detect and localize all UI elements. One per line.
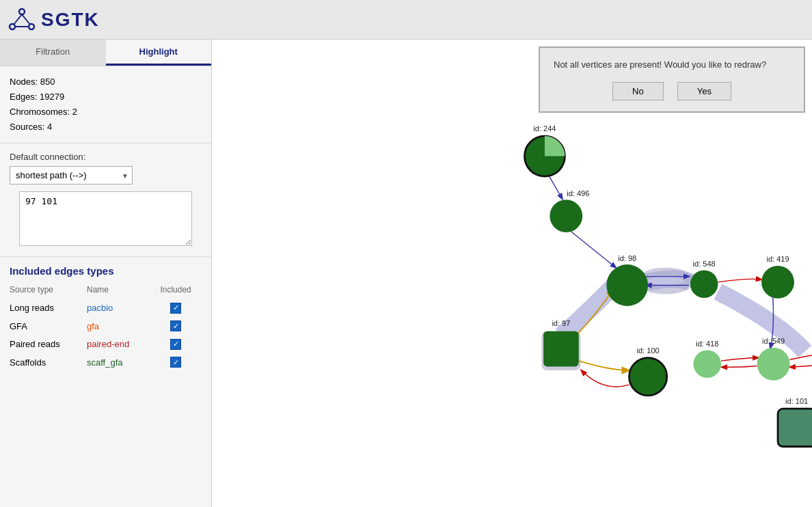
default-connection-label: Default connection: xyxy=(10,152,202,162)
table-row: Scaffolds scaff_gfa ✓ xyxy=(10,353,202,372)
source-type-label: Scaffolds xyxy=(10,353,87,372)
main-layout: Filtration Highlight Nodes: 850 Edges: 1… xyxy=(0,40,812,507)
node-100[interactable] xyxy=(629,358,666,396)
node-549[interactable] xyxy=(757,348,790,381)
table-row: GFA gfa ✓ xyxy=(10,317,202,335)
stat-chromosomes: Chromosomes: 2 xyxy=(10,105,202,120)
stat-edges: Edges: 19279 xyxy=(10,90,202,105)
label-496: id: 496 xyxy=(567,189,589,197)
node-419[interactable] xyxy=(761,266,794,299)
sidebar-tabs: Filtration Highlight xyxy=(0,40,211,66)
node-97[interactable] xyxy=(543,331,579,367)
label-244: id: 244 xyxy=(533,124,556,133)
edges-section: Included edges types Source type Name In… xyxy=(0,257,211,379)
header: SGTK xyxy=(0,0,812,40)
svg-line-4 xyxy=(22,14,30,25)
col-name: Name xyxy=(87,284,152,299)
label-98: id: 98 xyxy=(618,254,636,262)
svg-line-3 xyxy=(14,14,22,25)
sidebar: Filtration Highlight Nodes: 850 Edges: 1… xyxy=(0,40,212,507)
label-549: id: 549 xyxy=(762,337,785,345)
col-included: Included xyxy=(152,284,202,299)
logo-icon xyxy=(8,6,36,33)
stats-section: Nodes: 850 Edges: 19279 Chromosomes: 2 S… xyxy=(0,66,211,143)
connection-select[interactable]: shortest path (-->) direct edge all path… xyxy=(10,166,133,184)
edge-name-scaff-gfa: scaff_gfa xyxy=(87,353,152,372)
path-input[interactable]: 97 101 xyxy=(19,191,192,246)
stat-nodes: Nodes: 850 xyxy=(10,74,202,90)
label-100: id: 100 xyxy=(637,346,660,355)
table-row: Long reads pacbio ✓ xyxy=(10,299,202,317)
connection-select-wrapper: shortest path (-->) direct edge all path… xyxy=(10,166,133,184)
source-type-label: Long reads xyxy=(10,299,87,317)
included-checkbox-gfa[interactable]: ✓ xyxy=(170,320,181,331)
edges-title: Included edges types xyxy=(10,265,202,277)
col-source-type: Source type xyxy=(10,284,87,299)
label-101: id: 101 xyxy=(785,397,808,405)
node-496[interactable] xyxy=(550,200,582,232)
stat-sources: Sources: 4 xyxy=(10,120,202,135)
dialog-buttons: No Yes xyxy=(554,82,790,100)
node-98[interactable] xyxy=(606,264,648,306)
included-checkbox-paired-end[interactable]: ✓ xyxy=(170,339,181,350)
dialog-yes-button[interactable]: Yes xyxy=(677,82,731,100)
edge-name-paired-end: paired-end xyxy=(87,335,152,353)
label-418: id: 418 xyxy=(696,340,718,348)
node-418[interactable] xyxy=(693,350,721,378)
app-title: SGTK xyxy=(41,9,100,31)
included-checkbox-scaff-gfa[interactable]: ✓ xyxy=(170,357,181,368)
source-type-label: Paired reads xyxy=(10,335,87,353)
node-548[interactable] xyxy=(690,270,718,298)
dialog-message: Not all vertices are present! Would you … xyxy=(554,59,790,71)
edge-name-pacbio: pacbio xyxy=(87,299,152,317)
table-row: Paired reads paired-end ✓ xyxy=(10,335,202,353)
svg-point-0 xyxy=(19,9,25,14)
included-checkbox-pacbio[interactable]: ✓ xyxy=(170,303,181,314)
node-101[interactable] xyxy=(778,409,812,446)
default-connection-section: Default connection: shortest path (-->) … xyxy=(0,143,211,257)
label-97: id: 97 xyxy=(552,319,570,327)
svg-line-9 xyxy=(571,231,616,267)
source-type-label: GFA xyxy=(10,317,87,335)
redraw-dialog: Not all vertices are present! Would you … xyxy=(539,46,805,113)
svg-line-8 xyxy=(548,175,562,199)
edges-table: Source type Name Included Long reads pac… xyxy=(10,284,202,371)
tab-highlight[interactable]: Highlight xyxy=(106,40,212,66)
label-419: id: 419 xyxy=(766,255,789,263)
graph-canvas[interactable]: Not all vertices are present! Would you … xyxy=(212,40,812,507)
edge-name-gfa: gfa xyxy=(87,317,152,335)
label-548: id: 548 xyxy=(693,260,716,268)
tab-filtration[interactable]: Filtration xyxy=(0,40,106,66)
dialog-no-button[interactable]: No xyxy=(612,82,664,100)
